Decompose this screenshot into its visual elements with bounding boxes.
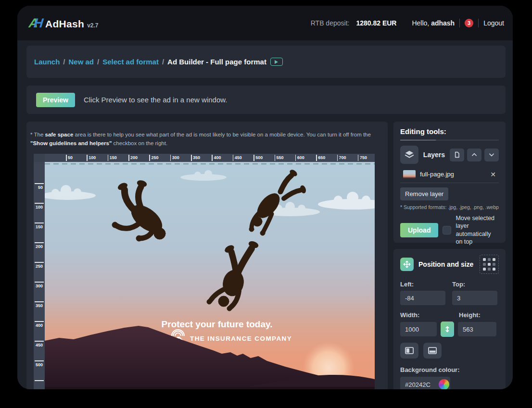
app-version: v2.7 (87, 22, 98, 29)
move-layer-label: Move selected layer automatically on top (456, 214, 499, 246)
app-name: AdHash (45, 18, 84, 30)
layer-filename: full-page.jpg (420, 171, 454, 178)
move-icon (400, 258, 414, 271)
ruler-vertical: 50100150200250300350400450500 (34, 162, 45, 389)
divider (478, 19, 479, 27)
breadcrumb-separator: / (63, 58, 65, 66)
width-input[interactable] (400, 322, 437, 336)
move-layer-up-button[interactable] (467, 148, 481, 161)
logout-link[interactable]: Logout (483, 19, 504, 27)
duplicate-layer-button[interactable] (450, 148, 464, 161)
greeting-text: Hello, adhash (412, 19, 455, 27)
width-label: Width: (400, 311, 459, 319)
move-layer-down-button[interactable] (484, 148, 499, 161)
title-underline (400, 140, 499, 140)
lock-aspect-ratio-button[interactable] (441, 321, 454, 337)
height-input[interactable] (458, 322, 496, 336)
left-label: Left: (400, 281, 445, 288)
upload-button[interactable]: Upload (400, 223, 438, 237)
editing-tools-panel: Editing tools: Layers full-page.jpg (393, 122, 506, 243)
username: adhash (431, 19, 455, 27)
left-input[interactable] (400, 291, 445, 305)
layers-label: Layers (423, 151, 445, 159)
center-horizontally-button[interactable] (400, 343, 418, 359)
background-colour-field (400, 377, 450, 389)
supported-formats-note: * Supported formats: .jpg, .jpeg, .png, … (400, 204, 499, 210)
background-colour-label: Background colour: (400, 366, 499, 373)
breadcrumb-separator: / (162, 58, 164, 66)
background-colour-input[interactable] (405, 381, 435, 388)
editor-workspace: * The safe space area is there to help y… (26, 122, 388, 389)
anchor-grid[interactable] (480, 255, 499, 274)
ground-strip (45, 387, 375, 389)
app-window: AH AdHash v2.7 RTB deposit: 1280.82 EUR … (17, 6, 513, 389)
position-size-title: Position and size (418, 260, 473, 268)
safe-space-note: * The safe space area is there to help y… (30, 130, 374, 148)
breadcrumb-link-new-ad[interactable]: New ad (69, 58, 94, 66)
editing-tools-title: Editing tools: (400, 127, 499, 136)
preview-bar: Preview Click Preview to see the ad in a… (26, 86, 506, 114)
preview-hint: Click Preview to see the ad in a new win… (84, 96, 227, 104)
center-vertically-button[interactable] (423, 343, 442, 359)
rtb-deposit-label: RTB deposit: (311, 19, 350, 27)
breadcrumb-link-select-ad-format[interactable]: Select ad format (102, 58, 159, 66)
layer-thumbnail (403, 170, 416, 178)
divider (459, 19, 460, 27)
colour-wheel-icon[interactable] (439, 379, 449, 389)
play-icon[interactable] (270, 58, 283, 66)
notification-badge[interactable]: 3 (465, 19, 473, 27)
ruler-corner (34, 154, 45, 162)
app-logo[interactable]: AH AdHash v2.7 (29, 16, 99, 31)
remove-layer-x-icon[interactable]: ✕ (488, 171, 498, 178)
page: AH AdHash v2.7 RTB deposit: 1280.82 EUR … (0, 0, 532, 408)
ad-headline: Protect your future today. (162, 319, 273, 329)
remove-layer-button[interactable]: Remove layer (400, 187, 448, 200)
preview-button[interactable]: Preview (36, 93, 75, 107)
ad-brand: THE INSURANCE COMPANY (190, 335, 292, 342)
breadcrumb-separator: / (97, 58, 99, 66)
layers-icon[interactable] (400, 146, 418, 164)
breadcrumb-link-launch[interactable]: Launch (34, 58, 60, 66)
layer-item[interactable]: full-page.jpg ✕ (400, 167, 499, 183)
top-bar: AH AdHash v2.7 RTB deposit: 1280.82 EUR … (17, 6, 513, 40)
move-layer-checkbox[interactable] (443, 226, 451, 235)
top-label: Top: (452, 281, 465, 288)
top-input[interactable] (452, 291, 497, 305)
height-label: Height: (459, 311, 481, 319)
breadcrumb: Launch / New ad / Select ad format / Ad … (26, 46, 506, 78)
logo-monogram-icon: AH (28, 16, 43, 31)
breadcrumb-current: Ad Builder - Full page format (167, 58, 266, 66)
rtb-deposit-value: 1280.82 EUR (356, 19, 396, 27)
position-size-panel: Position and size Left: Top: Width: Heig… (393, 249, 506, 389)
ruler-horizontal: 5010015020025030035040045050055060065070… (45, 154, 375, 162)
ad-canvas[interactable]: Protect your future today. THE INSURANCE… (45, 162, 375, 389)
